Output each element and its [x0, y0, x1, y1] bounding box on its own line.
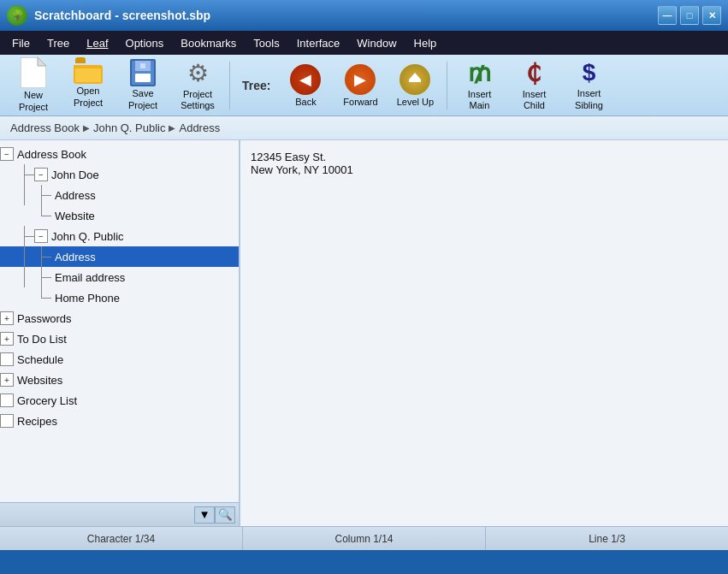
insert-sibling-button[interactable]: $ InsertSibling: [562, 59, 615, 112]
back-button[interactable]: ◀ Back: [279, 59, 332, 112]
tree-node-grocery[interactable]: Grocery List: [0, 390, 239, 411]
insert-child-button[interactable]: ₵ InsertChild: [507, 59, 560, 112]
tree-node-jqp-address[interactable]: Address: [0, 246, 239, 267]
space-jd-addr: [17, 185, 34, 205]
breadcrumb-item-2[interactable]: Address: [179, 121, 220, 134]
breadcrumb-arrow-2: ▶: [169, 123, 175, 133]
breadcrumb-arrow-1: ▶: [83, 123, 90, 133]
tree-label: Tree:: [235, 79, 277, 92]
breadcrumb-item-0[interactable]: Address Book: [10, 121, 80, 134]
conn-jd-web: [34, 205, 51, 226]
expand-passwords[interactable]: +: [0, 311, 14, 325]
conn-john-doe: [17, 164, 34, 185]
svg-marker-3: [409, 73, 421, 80]
menu-bookmarks[interactable]: Bookmarks: [172, 33, 245, 53]
conn-jqp-email: [34, 267, 51, 287]
label-schedule: Schedule: [14, 353, 63, 366]
new-project-icon: [18, 57, 49, 88]
new-project-label: NewProject: [19, 90, 48, 112]
label-grocery: Grocery List: [14, 394, 77, 407]
tree-scroll-down-arrow[interactable]: ▼: [194, 506, 215, 524]
title-bar: 🌳 Scratchboard - screenshot.sbp — □ ✕: [0, 0, 728, 31]
save-project-icon: [127, 59, 158, 86]
label-jqp-email: Email address: [51, 271, 125, 284]
expand-recipes: [0, 414, 14, 428]
menu-file[interactable]: File: [3, 33, 38, 53]
project-settings-label: ProjectSettings: [181, 89, 215, 111]
new-project-button[interactable]: NewProject: [7, 59, 60, 112]
toolbar-separator-2: [447, 62, 447, 109]
save-project-button[interactable]: SaveProject: [116, 59, 169, 112]
expand-todo[interactable]: +: [0, 332, 14, 346]
tree-search-button[interactable]: 🔍: [215, 506, 235, 524]
forward-icon: ▶: [345, 64, 376, 95]
tree-panel: − Address Book − John Doe Address Websit…: [0, 140, 240, 526]
app-icon: 🌳: [7, 5, 27, 26]
toolbar: NewProject OpenProject SaveProject ⚙ Pro: [0, 55, 728, 116]
level-up-button[interactable]: Level Up: [388, 59, 441, 112]
breadcrumb-item-1[interactable]: John Q. Public: [93, 121, 166, 134]
forward-button[interactable]: ▶ Forward: [334, 59, 387, 112]
label-websites: Websites: [14, 374, 62, 387]
insert-child-label: InsertChild: [523, 89, 547, 111]
label-john-doe: John Doe: [48, 169, 99, 181]
menu-window[interactable]: Window: [348, 33, 405, 53]
tree-node-john-doe[interactable]: − John Doe: [0, 164, 239, 185]
content-panel: 12345 Easy St. New York, NY 10001: [240, 140, 728, 526]
tree-node-todo[interactable]: + To Do List: [0, 328, 239, 349]
tree-node-jqp[interactable]: − John Q. Public: [0, 226, 239, 246]
label-todo: To Do List: [14, 333, 67, 346]
breadcrumb: Address Book ▶ John Q. Public ▶ Address: [0, 116, 728, 140]
insert-main-button[interactable]: ₥ InsertMain: [453, 59, 506, 112]
insert-child-icon: ₵: [518, 59, 549, 87]
conn-jqp-addr: [34, 246, 51, 267]
tree-node-websites[interactable]: + Websites: [0, 370, 239, 390]
tree-container: − Address Book − John Doe Address Websit…: [0, 140, 239, 435]
conn-jqp-phone: [34, 287, 51, 308]
tree-node-address-book[interactable]: − Address Book: [0, 144, 239, 164]
menu-leaf[interactable]: Leaf: [78, 33, 116, 53]
label-jd-address: Address: [51, 189, 96, 202]
level-up-icon: [400, 64, 430, 95]
menu-bar: File Tree Leaf Options Bookmarks Tools I…: [0, 31, 728, 55]
status-line: Line 1/3: [486, 527, 728, 550]
space-jqp-email: [17, 267, 34, 287]
label-passwords: Passwords: [14, 312, 72, 325]
status-column: Column 1/14: [243, 527, 486, 550]
menu-options[interactable]: Options: [117, 33, 173, 53]
window-title: Scratchboard - screenshot.sbp: [34, 9, 658, 22]
minimize-button[interactable]: —: [658, 6, 677, 25]
maximize-button[interactable]: □: [680, 6, 699, 25]
tree-node-jd-website[interactable]: Website: [0, 205, 239, 226]
svg-marker-1: [38, 57, 46, 66]
expand-address-book[interactable]: −: [0, 147, 14, 161]
space-jd-web: [17, 205, 34, 226]
label-address-book: Address Book: [14, 148, 86, 161]
main-area: − Address Book − John Doe Address Websit…: [0, 140, 728, 526]
expand-grocery: [0, 394, 14, 407]
label-jqp: John Q. Public: [48, 230, 124, 243]
menu-help[interactable]: Help: [405, 33, 446, 53]
menu-interface[interactable]: Interface: [288, 33, 349, 53]
open-project-button[interactable]: OpenProject: [62, 59, 115, 112]
label-jd-website: Website: [51, 210, 95, 222]
tree-node-recipes[interactable]: Recipes: [0, 411, 239, 431]
window-controls: — □ ✕: [658, 6, 721, 25]
expand-schedule: [0, 352, 14, 366]
menu-tree[interactable]: Tree: [38, 33, 78, 53]
label-recipes: Recipes: [14, 415, 57, 428]
expand-websites[interactable]: +: [0, 373, 14, 387]
tree-node-jqp-email[interactable]: Email address: [0, 267, 239, 287]
tree-node-jd-address[interactable]: Address: [0, 185, 239, 205]
status-character: Character 1/34: [0, 527, 243, 550]
tree-node-passwords[interactable]: + Passwords: [0, 308, 239, 328]
tree-node-jqp-phone[interactable]: Home Phone: [0, 287, 239, 308]
expand-jqp[interactable]: −: [34, 229, 48, 243]
expand-john-doe[interactable]: −: [34, 168, 48, 181]
content-line-2: New York, NY 10001: [251, 163, 718, 176]
menu-tools[interactable]: Tools: [245, 33, 287, 53]
open-project-icon: [73, 62, 104, 84]
tree-node-schedule[interactable]: Schedule: [0, 349, 239, 370]
project-settings-button[interactable]: ⚙ ProjectSettings: [171, 59, 224, 112]
close-button[interactable]: ✕: [702, 6, 721, 25]
